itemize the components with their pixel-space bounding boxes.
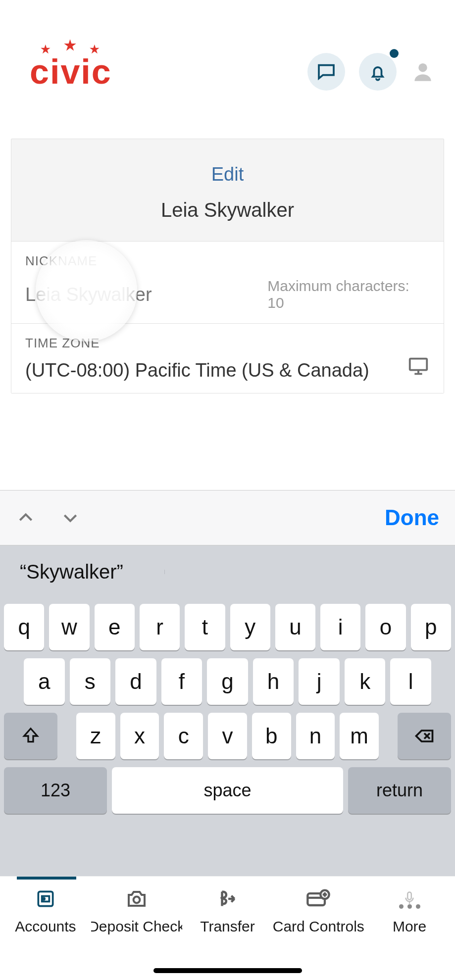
key-j[interactable]: j	[299, 658, 340, 705]
tab-label: Accounts	[15, 918, 76, 935]
svg-point-5	[133, 897, 140, 903]
key-z[interactable]: z	[76, 713, 115, 759]
done-button[interactable]: Done	[385, 505, 439, 530]
key-return[interactable]: return	[348, 767, 451, 814]
key-p[interactable]: p	[411, 604, 451, 650]
key-d[interactable]: d	[115, 658, 156, 705]
notifications-button[interactable]	[359, 53, 397, 91]
tab-label: More	[393, 918, 426, 935]
header-actions	[307, 53, 435, 91]
nickname-input[interactable]	[25, 284, 267, 305]
tab-more[interactable]: More	[364, 885, 455, 980]
key-l[interactable]: l	[390, 658, 431, 705]
chat-icon	[316, 62, 336, 82]
svg-point-0	[418, 63, 427, 72]
key-g[interactable]: g	[207, 658, 248, 705]
key-backspace[interactable]	[398, 713, 451, 759]
chevron-down-icon	[60, 508, 80, 528]
profile-name: Leia Skywalker	[21, 199, 434, 221]
key-b[interactable]: b	[252, 713, 291, 759]
key-w[interactable]: w	[49, 604, 89, 650]
timezone-value: (UTC-08:00) Pacific Time (US & Canada)	[25, 360, 369, 381]
prev-field-button[interactable]	[16, 508, 36, 528]
nickname-label: NICKNAME	[25, 253, 430, 269]
key-o[interactable]: o	[365, 604, 405, 650]
key-c[interactable]: c	[164, 713, 203, 759]
star-icon: ★	[64, 37, 77, 53]
tab-deposit-check[interactable]: Deposit Check	[91, 885, 182, 980]
key-s[interactable]: s	[70, 658, 111, 705]
bottom-tab-bar: Accounts Deposit Check Transfer Card Con…	[0, 876, 455, 980]
key-u[interactable]: u	[275, 604, 315, 650]
key-h[interactable]: h	[253, 658, 294, 705]
key-row-3: z x c v b n m	[4, 713, 451, 759]
backspace-icon	[413, 725, 435, 747]
star-icon: ★	[41, 43, 51, 59]
svg-point-4	[43, 898, 45, 900]
key-v[interactable]: v	[208, 713, 247, 759]
nickname-hint: Maximum characters: 10	[267, 278, 430, 311]
edit-header: Edit Leia Skywalker	[11, 139, 444, 241]
monitor-icon	[407, 355, 430, 378]
key-m[interactable]: m	[340, 713, 379, 759]
messages-button[interactable]	[307, 53, 345, 91]
suggestion-1[interactable]: “Skywalker”	[0, 561, 165, 583]
key-f[interactable]: f	[161, 658, 202, 705]
key-k[interactable]: k	[345, 658, 386, 705]
key-shift[interactable]	[4, 713, 57, 759]
input-accessory-bar: Done	[0, 490, 455, 545]
onscreen-keyboard: q w e r t y u i o p a s d f g h j k l z …	[0, 598, 455, 876]
next-field-button[interactable]	[60, 508, 80, 528]
profile-button[interactable]	[410, 59, 435, 84]
timezone-row[interactable]: TIME ZONE (UTC-08:00) Pacific Time (US &…	[11, 323, 444, 393]
key-i[interactable]: i	[320, 604, 360, 650]
key-x[interactable]: x	[120, 713, 159, 759]
home-indicator[interactable]	[153, 968, 302, 973]
key-t[interactable]: t	[185, 604, 225, 650]
key-q[interactable]: q	[4, 604, 44, 650]
bell-icon	[368, 62, 388, 82]
profile-panel: Edit Leia Skywalker NICKNAME Maximum cha…	[11, 139, 444, 393]
timezone-label: TIME ZONE	[25, 336, 430, 351]
key-n[interactable]: n	[296, 713, 335, 759]
tab-label: Deposit Check	[91, 918, 182, 935]
key-r[interactable]: r	[140, 604, 180, 650]
keyboard-suggestions: “Skywalker”	[0, 545, 455, 598]
tab-label: Card Controls	[273, 918, 364, 935]
logo-stars: ★ ★ ★	[30, 37, 112, 53]
tab-label: Transfer	[200, 918, 255, 935]
edit-link[interactable]: Edit	[21, 164, 434, 185]
key-123[interactable]: 123	[4, 767, 107, 814]
chevron-up-icon	[16, 508, 36, 528]
key-row-4: 123 space return	[4, 767, 451, 814]
svg-rect-8	[407, 892, 411, 899]
key-space[interactable]: space	[112, 767, 343, 814]
key-row-2: a s d f g h j k l	[4, 658, 451, 705]
camera-icon	[125, 887, 149, 911]
transfer-icon	[215, 886, 240, 911]
key-a[interactable]: a	[24, 658, 65, 705]
key-y[interactable]: y	[230, 604, 270, 650]
person-icon	[410, 59, 435, 84]
app-header: ★ ★ ★ civic	[0, 0, 455, 139]
key-e[interactable]: e	[95, 604, 135, 650]
shift-icon	[21, 726, 41, 746]
card-controls-icon	[305, 886, 331, 912]
svg-rect-1	[410, 358, 427, 370]
tab-accounts[interactable]: Accounts	[0, 885, 91, 980]
brand-logo: ★ ★ ★ civic	[30, 52, 112, 92]
more-dots-icon	[399, 904, 420, 909]
nickname-row[interactable]: NICKNAME Maximum characters: 10	[11, 241, 444, 323]
tab-transfer[interactable]: Transfer	[182, 885, 273, 980]
notification-dot-icon	[390, 49, 399, 58]
star-icon: ★	[90, 43, 101, 59]
accounts-icon	[35, 888, 56, 910]
key-row-1: q w e r t y u i o p	[4, 604, 451, 650]
tab-card-controls[interactable]: Card Controls	[273, 885, 364, 980]
